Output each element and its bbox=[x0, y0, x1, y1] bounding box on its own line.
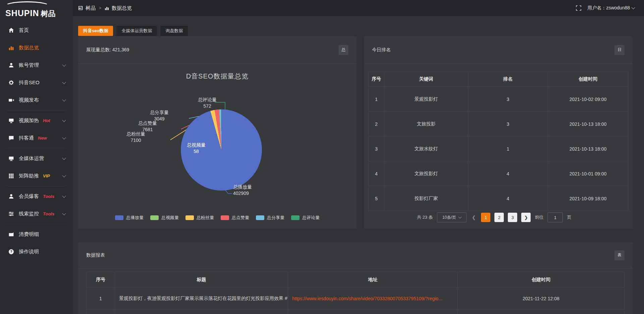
logo-arc bbox=[5, 1, 50, 11]
page-button-2[interactable]: 2 bbox=[494, 213, 504, 222]
sidebar-item-member-leads[interactable]: 会员爆客 Tools bbox=[0, 188, 73, 205]
pie-label-videos: 总视频量58 bbox=[183, 142, 210, 155]
goto-suffix: 页 bbox=[567, 214, 571, 220]
next-page-button[interactable]: ❯ bbox=[521, 213, 531, 222]
sidebar-item-video-publish[interactable]: 视频发布 bbox=[0, 91, 73, 109]
legend-item-fans[interactable]: 总粉丝量 bbox=[185, 215, 214, 221]
grid-icon bbox=[8, 173, 14, 179]
col-url: 地址 bbox=[288, 272, 458, 287]
total-count: 共 23 条 bbox=[417, 214, 433, 220]
page-button-1[interactable]: 1 bbox=[481, 213, 490, 222]
col-title: 标题 bbox=[115, 272, 288, 287]
table-row: 4文旅投影灯42021-10-01 09:00 bbox=[369, 161, 628, 186]
comment-icon bbox=[8, 135, 14, 141]
legend-item-likes[interactable]: 总点赞量 bbox=[221, 215, 249, 221]
sidebar-item-data-overview[interactable]: 数据总览 bbox=[0, 39, 73, 56]
monitor-icon bbox=[8, 155, 14, 161]
question-circle-icon: ? bbox=[8, 249, 14, 255]
divider bbox=[6, 148, 67, 148]
fullscreen-icon[interactable] bbox=[576, 5, 581, 11]
col-keyword: 关键词 bbox=[384, 72, 468, 87]
legend-item-shares[interactable]: 总分享量 bbox=[256, 215, 284, 221]
sidebar-item-home[interactable]: 首页 bbox=[0, 21, 73, 39]
table-row: 1景观投影灯32021-10-02 09:00 bbox=[369, 87, 628, 112]
table-row: 5投影灯厂家42021-10-09 18:00 bbox=[369, 186, 628, 211]
chevron-down-icon bbox=[458, 215, 462, 219]
legend-swatch bbox=[115, 215, 123, 220]
bar-chart-icon bbox=[105, 6, 109, 10]
divider bbox=[6, 224, 67, 224]
chart-bars-icon bbox=[8, 45, 14, 51]
goto-label: 前往 bbox=[535, 214, 543, 220]
breadcrumb-current[interactable]: 数据总览 bbox=[112, 5, 132, 11]
page-size-select[interactable]: 10条/页 bbox=[437, 212, 467, 222]
report-table-header: 序号 标题 地址 创建时间 bbox=[87, 272, 625, 287]
prev-page-button[interactable]: ❮ bbox=[471, 215, 477, 220]
tab-omnimedia-data[interactable]: 全媒体运营数据 bbox=[116, 26, 157, 36]
user-menu[interactable]: 用户名：zswodun88 bbox=[587, 5, 635, 11]
sidebar-item-douyin-seo[interactable]: 抖音SEO bbox=[0, 74, 73, 91]
breadcrumb-separator: > bbox=[99, 6, 101, 10]
pagination: 共 23 条 10条/页 ❮ 1 2 3 ❯ 前往 页 bbox=[417, 212, 571, 222]
sidebar-item-video-heat[interactable]: 视频加热 Hot bbox=[0, 112, 73, 129]
sidebar-item-consumption[interactable]: 消费明细 bbox=[0, 225, 73, 243]
tab-inquiry-data[interactable]: 询盘数据 bbox=[160, 26, 188, 36]
impressions-total: 展现量总数: 421,369 bbox=[86, 47, 129, 53]
chart-title: D音SEO数据量总览 bbox=[78, 72, 357, 81]
rank-panel-title: 今日排名 bbox=[372, 47, 391, 53]
chevron-down-icon bbox=[62, 98, 66, 101]
chevron-down-icon bbox=[62, 194, 66, 198]
hot-badge: Hot bbox=[43, 118, 50, 123]
col-no: 序号 bbox=[369, 72, 384, 87]
user-icon bbox=[8, 62, 14, 68]
legend-swatch bbox=[256, 215, 264, 220]
report-panel-title: 数据报表 bbox=[86, 252, 105, 258]
sidebar-item-label: 会员爆客 bbox=[19, 193, 39, 200]
sidebar-item-omnimedia[interactable]: 全媒体运营 bbox=[0, 150, 73, 167]
legend-item-comments[interactable]: 总评论量 bbox=[291, 215, 320, 221]
sidebar-item-label: 数据总览 bbox=[19, 45, 39, 51]
wallet-icon bbox=[8, 231, 14, 237]
sidebar-item-doukt[interactable]: 抖客通 New bbox=[0, 129, 73, 147]
legend-swatch bbox=[221, 215, 229, 220]
breadcrumb-root[interactable]: 树品 bbox=[86, 5, 96, 11]
col-created: 创建时间 bbox=[458, 272, 625, 287]
sidebar-item-clue-monitor[interactable]: 线索监控 Tools bbox=[0, 205, 73, 222]
pie-chart: D音SEO数据量总览 总评论量572 总分享量3049 总点赞量7681 总粉丝… bbox=[78, 64, 357, 229]
sidebar-item-label: 全媒体运营 bbox=[19, 155, 44, 162]
video-camera-icon bbox=[8, 97, 14, 103]
rank-table-header: 序号 关键词 排名 创建时间 bbox=[369, 72, 628, 87]
chevron-down-icon bbox=[62, 211, 66, 215]
person-icon bbox=[8, 193, 14, 199]
screen-icon bbox=[8, 117, 14, 123]
col-created: 创建时间 bbox=[548, 72, 628, 87]
logo-text-cn: 树品 bbox=[41, 10, 55, 17]
legend-swatch bbox=[185, 215, 194, 220]
legend-item-videos[interactable]: 总视频量 bbox=[150, 215, 179, 221]
tab-douyin-seo[interactable]: 抖音seo数据 bbox=[78, 26, 113, 36]
chevron-down-icon bbox=[62, 118, 66, 122]
sidebar-item-label: 视频加热 bbox=[19, 117, 39, 124]
chart-legend: 总播放量 总视频量 总粉丝量 总点赞量 总分享量 总评论量 bbox=[78, 215, 357, 221]
top-header: 树品 > 数据总览 用户名：zswodun88 bbox=[73, 0, 644, 16]
sidebar-item-help[interactable]: ? 操作说明 bbox=[0, 243, 73, 260]
report-table: 序号 标题 地址 创建时间 1 景观投影灯，夜游景观投影灯厂家展示展示落花灯在花… bbox=[86, 272, 625, 314]
tools-badge: Tools bbox=[43, 211, 54, 216]
pie-label-plays: 总播放量402909 bbox=[233, 184, 263, 197]
sidebar-item-matrix-boost[interactable]: 矩阵助推 VIP bbox=[0, 167, 73, 185]
table-toggle-button[interactable]: 表 bbox=[614, 250, 625, 260]
col-no: 序号 bbox=[87, 272, 115, 287]
sidebar-item-account[interactable]: 账号管理 bbox=[0, 56, 73, 74]
sidebar-item-label: 抖音SEO bbox=[19, 80, 40, 86]
legend-item-plays[interactable]: 总播放量 bbox=[115, 215, 144, 221]
total-toggle-button[interactable]: 总 bbox=[338, 45, 348, 55]
sidebar-item-label: 消费明细 bbox=[19, 231, 39, 238]
page-button-3[interactable]: 3 bbox=[508, 213, 517, 222]
video-link[interactable]: https://www.iesdouyin.com/share/video/70… bbox=[292, 296, 442, 301]
day-toggle-button[interactable]: 日 bbox=[614, 45, 625, 55]
col-rank: 排名 bbox=[468, 72, 548, 87]
rank-table: 序号 关键词 排名 创建时间 1景观投影灯32021-10-02 09:00 2… bbox=[368, 71, 628, 211]
goto-page-input[interactable] bbox=[547, 212, 563, 222]
sidebar-item-label: 矩阵助推 bbox=[19, 173, 39, 179]
username-label: 用户名：zswodun88 bbox=[587, 5, 630, 11]
